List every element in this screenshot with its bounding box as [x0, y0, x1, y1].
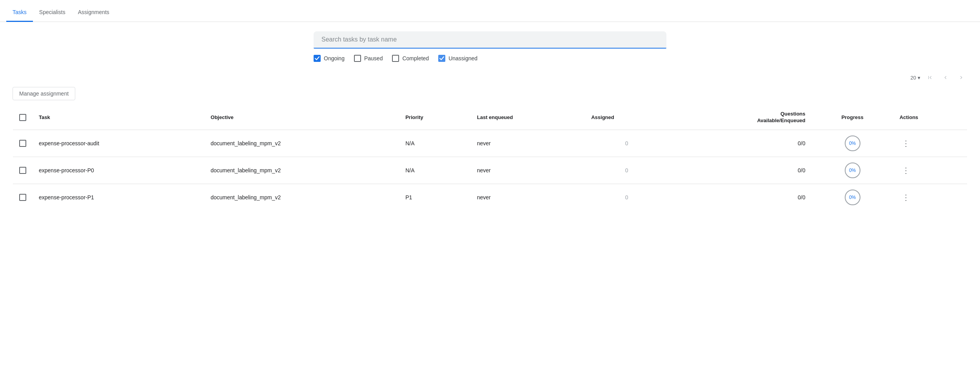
- tab-tasks[interactable]: Tasks: [6, 9, 33, 22]
- table-row: expense-processor-P0 document_labeling_m…: [13, 157, 967, 184]
- row-actions-menu-2[interactable]: ⋮: [900, 191, 912, 204]
- search-container: [314, 31, 666, 49]
- row-actions-1: ⋮: [893, 157, 967, 184]
- row-checkbox-cell: [13, 130, 33, 157]
- per-page-value: 20: [911, 75, 916, 81]
- pagination-prev-btn[interactable]: [939, 71, 952, 84]
- search-input-wrapper: [314, 31, 666, 48]
- row-objective-0: document_labeling_mpm_v2: [204, 130, 399, 157]
- row-task-0: expense-processor-audit: [33, 130, 204, 157]
- tabs-bar: Tasks Specialists Assignments: [0, 0, 980, 22]
- filter-ongoing-label: Ongoing: [324, 55, 345, 61]
- th-last-enqueued: Last enqueued: [471, 105, 585, 130]
- table-body: expense-processor-audit document_labelin…: [13, 130, 967, 211]
- table-row: expense-processor-P1 document_labeling_m…: [13, 184, 967, 211]
- row-priority-1: N/A: [399, 157, 471, 184]
- table-row: expense-processor-audit document_labelin…: [13, 130, 967, 157]
- filter-unassigned[interactable]: Unassigned: [438, 55, 477, 62]
- row-assigned-1: 0: [585, 157, 668, 184]
- row-checkbox-0[interactable]: [19, 140, 26, 147]
- search-input[interactable]: [321, 36, 659, 43]
- row-checkbox-1[interactable]: [19, 167, 26, 174]
- th-objective: Objective: [204, 105, 399, 130]
- th-questions: QuestionsAvailable/Enqueued: [668, 105, 811, 130]
- checkbox-unassigned[interactable]: [438, 55, 445, 62]
- pagination-per-page[interactable]: 20 ▾: [911, 75, 920, 81]
- row-assigned-2: 0: [585, 184, 668, 211]
- row-questions-2: 0/0: [668, 184, 811, 211]
- tab-specialists[interactable]: Specialists: [33, 9, 72, 22]
- row-actions-menu-1[interactable]: ⋮: [900, 164, 912, 177]
- row-progress-2: 0%: [812, 184, 893, 211]
- per-page-dropdown-icon[interactable]: ▾: [918, 75, 920, 81]
- filters: Ongoing Paused Completed Unassigned: [314, 55, 666, 62]
- row-assigned-0: 0: [585, 130, 668, 157]
- row-questions-1: 0/0: [668, 157, 811, 184]
- row-task-1: expense-processor-P0: [33, 157, 204, 184]
- filter-completed[interactable]: Completed: [392, 55, 429, 62]
- th-progress: Progress: [812, 105, 893, 130]
- th-priority: Priority: [399, 105, 471, 130]
- progress-circle-1: 0%: [845, 163, 860, 178]
- filter-ongoing[interactable]: Ongoing: [314, 55, 345, 62]
- row-actions-menu-0[interactable]: ⋮: [900, 137, 912, 150]
- table-header-row: Task Objective Priority Last enqueued As…: [13, 105, 967, 130]
- checkbox-ongoing[interactable]: [314, 55, 321, 62]
- row-checkbox-2[interactable]: [19, 194, 26, 201]
- row-last-enqueued-2: never: [471, 184, 585, 211]
- search-underline: [314, 48, 666, 49]
- row-objective-2: document_labeling_mpm_v2: [204, 184, 399, 211]
- filter-unassigned-label: Unassigned: [448, 55, 477, 61]
- th-select-all: [13, 105, 33, 130]
- checkbox-completed[interactable]: [392, 55, 399, 62]
- progress-circle-2: 0%: [845, 190, 860, 205]
- th-task: Task: [33, 105, 204, 130]
- row-actions-2: ⋮: [893, 184, 967, 211]
- row-priority-2: P1: [399, 184, 471, 211]
- row-objective-1: document_labeling_mpm_v2: [204, 157, 399, 184]
- row-questions-0: 0/0: [668, 130, 811, 157]
- filter-completed-label: Completed: [402, 55, 429, 61]
- checkbox-paused[interactable]: [354, 55, 361, 62]
- select-all-checkbox[interactable]: [19, 114, 26, 121]
- tab-assignments[interactable]: Assignments: [72, 9, 116, 22]
- row-priority-0: N/A: [399, 130, 471, 157]
- progress-circle-0: 0%: [845, 136, 860, 151]
- filter-paused[interactable]: Paused: [354, 55, 383, 62]
- th-actions: Actions: [893, 105, 967, 130]
- row-progress-1: 0%: [812, 157, 893, 184]
- th-assigned: Assigned: [585, 105, 668, 130]
- row-checkbox-cell: [13, 184, 33, 211]
- row-checkbox-cell: [13, 157, 33, 184]
- manage-assignment-button[interactable]: Manage assignment: [13, 87, 75, 100]
- row-last-enqueued-0: never: [471, 130, 585, 157]
- row-progress-0: 0%: [812, 130, 893, 157]
- filter-paused-label: Paused: [364, 55, 383, 61]
- row-task-2: expense-processor-P1: [33, 184, 204, 211]
- row-actions-0: ⋮: [893, 130, 967, 157]
- main-content: Ongoing Paused Completed Unassigned 20 ▾: [0, 22, 980, 220]
- pagination-first-btn[interactable]: [924, 71, 936, 84]
- tasks-table: Task Objective Priority Last enqueued As…: [13, 105, 967, 211]
- pagination-next-btn[interactable]: [955, 71, 967, 84]
- row-last-enqueued-1: never: [471, 157, 585, 184]
- pagination-bar: 20 ▾: [13, 68, 967, 87]
